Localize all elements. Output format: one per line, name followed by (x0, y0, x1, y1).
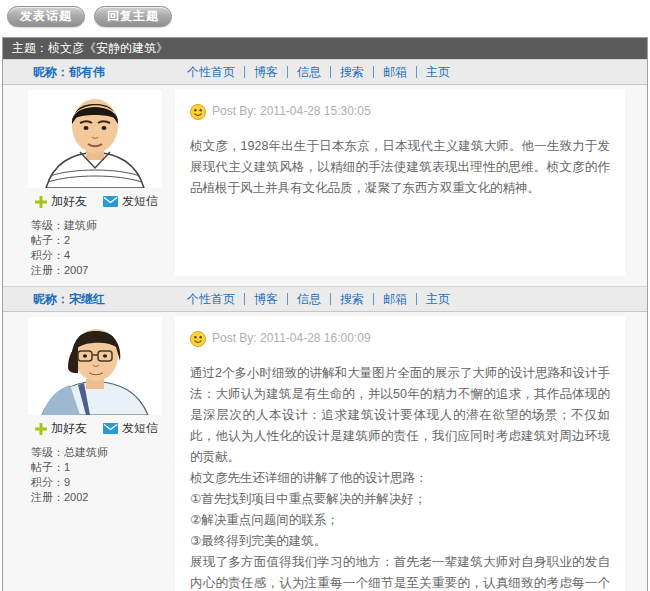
add-friend-label: 加好友 (51, 193, 87, 210)
post-meta: Post By: 2011-04-28 15:30:05 (190, 101, 610, 122)
author-stats: 等级：建筑师 帖子：2 积分：4 注册：2007 (31, 218, 175, 286)
toolbar: 发表话题 回复主题 (0, 0, 650, 27)
nav-link-homepage[interactable]: 主页 (417, 66, 459, 78)
post-paragraph: 通过2个多小时细致的讲解和大量图片全面的展示了大师的设计思路和设计手法：大师认为… (190, 363, 610, 468)
plus-icon (35, 423, 47, 435)
author-nav-links: 个性首页 博客 信息 搜索 邮箱 主页 (178, 66, 459, 78)
post-paragraph: ②解决重点问题间的联系； (190, 510, 610, 531)
post-content: Post By: 2011-04-28 15:30:05 桢文彦，1928年出生… (175, 89, 625, 276)
post-timestamp: Post By: 2011-04-28 15:30:05 (212, 101, 371, 122)
nav-link-info[interactable]: 信息 (288, 66, 331, 78)
post-paragraph: 桢文彦先生还详细的讲解了他的设计思路： (190, 468, 610, 489)
add-friend-button[interactable]: 加好友 (35, 420, 87, 437)
nav-link-homepage[interactable]: 主页 (417, 293, 459, 305)
author-panel: 加好友 发短信 等级：总建筑师 帖子：1 积分：9 注册：2002 (3, 312, 175, 591)
post-body: 加好友 发短信 等级：建筑师 帖子：2 积分：4 注册：2007 (3, 85, 647, 286)
post-meta: Post By: 2011-04-28 16:00:09 (190, 328, 610, 349)
send-message-button[interactable]: 发短信 (103, 420, 158, 437)
post-topic-button[interactable]: 发表话题 (7, 6, 85, 27)
post-header: 昵称：宋继红 个性首页 博客 信息 搜索 邮箱 主页 (3, 286, 647, 312)
envelope-icon (103, 196, 118, 207)
post-paragraph: ①首先找到项目中重点要解决的并解决好； (190, 489, 610, 510)
stat-registered: 注册：2007 (31, 263, 175, 278)
smiley-icon (190, 331, 206, 347)
nav-link-profile-home[interactable]: 个性首页 (178, 66, 245, 78)
nav-link-info[interactable]: 信息 (288, 293, 331, 305)
author-stats: 等级：总建筑师 帖子：1 积分：9 注册：2002 (31, 445, 175, 513)
thread-title: 主题：桢文彦《安静的建筑》 (3, 38, 647, 59)
nav-link-search[interactable]: 搜索 (331, 293, 374, 305)
post-row: 昵称：郁有伟 个性首页 博客 信息 搜索 邮箱 主页 (3, 59, 647, 286)
envelope-icon (103, 423, 118, 434)
smiley-icon (190, 104, 206, 120)
post-content: Post By: 2011-04-28 16:00:09 通过2个多小时细致的讲… (175, 316, 625, 591)
stat-registered: 注册：2002 (31, 490, 175, 505)
stat-level: 等级：总建筑师 (31, 445, 175, 460)
post-timestamp: Post By: 2011-04-28 16:00:09 (212, 328, 371, 349)
post-row: 昵称：宋继红 个性首页 博客 信息 搜索 邮箱 主页 (3, 286, 647, 591)
avatar (28, 90, 162, 188)
send-message-button[interactable]: 发短信 (103, 193, 158, 210)
thread-table: 主题：桢文彦《安静的建筑》 昵称：郁有伟 个性首页 博客 信息 搜索 邮箱 主页 (2, 37, 648, 591)
send-message-label: 发短信 (122, 193, 158, 210)
stat-posts: 帖子：1 (31, 460, 175, 475)
post-paragraph: ③最终得到完美的建筑。 (190, 531, 610, 552)
send-message-label: 发短信 (122, 420, 158, 437)
nav-link-mailbox[interactable]: 邮箱 (374, 66, 417, 78)
plus-icon (35, 196, 47, 208)
add-friend-button[interactable]: 加好友 (35, 193, 87, 210)
add-friend-label: 加好友 (51, 420, 87, 437)
nav-link-blog[interactable]: 博客 (245, 293, 288, 305)
post-author-nickname: 昵称：宋继红 (33, 291, 178, 308)
author-panel: 加好友 发短信 等级：建筑师 帖子：2 积分：4 注册：2007 (3, 85, 175, 286)
author-actions: 加好友 发短信 (35, 193, 175, 210)
stat-level: 等级：建筑师 (31, 218, 175, 233)
reply-topic-button[interactable]: 回复主题 (94, 6, 172, 27)
nav-link-mailbox[interactable]: 邮箱 (374, 293, 417, 305)
post-header: 昵称：郁有伟 个性首页 博客 信息 搜索 邮箱 主页 (3, 59, 647, 85)
nav-link-blog[interactable]: 博客 (245, 66, 288, 78)
stat-points: 积分：9 (31, 475, 175, 490)
stat-points: 积分：4 (31, 248, 175, 263)
post-paragraph: 桢文彦，1928年出生于日本东京，日本现代主义建筑大师。他一生致力于发展现代主义… (190, 136, 610, 199)
post-author-nickname: 昵称：郁有伟 (33, 64, 178, 81)
post-body: 加好友 发短信 等级：总建筑师 帖子：1 积分：9 注册：2002 (3, 312, 647, 591)
author-actions: 加好友 发短信 (35, 420, 175, 437)
nav-link-profile-home[interactable]: 个性首页 (178, 293, 245, 305)
post-paragraph: 展现了多方面值得我们学习的地方：首先老一辈建筑大师对自身职业的发自内心的责任感，… (190, 552, 610, 591)
avatar (28, 317, 162, 415)
nav-link-search[interactable]: 搜索 (331, 66, 374, 78)
author-nav-links: 个性首页 博客 信息 搜索 邮箱 主页 (178, 293, 459, 305)
stat-posts: 帖子：2 (31, 233, 175, 248)
